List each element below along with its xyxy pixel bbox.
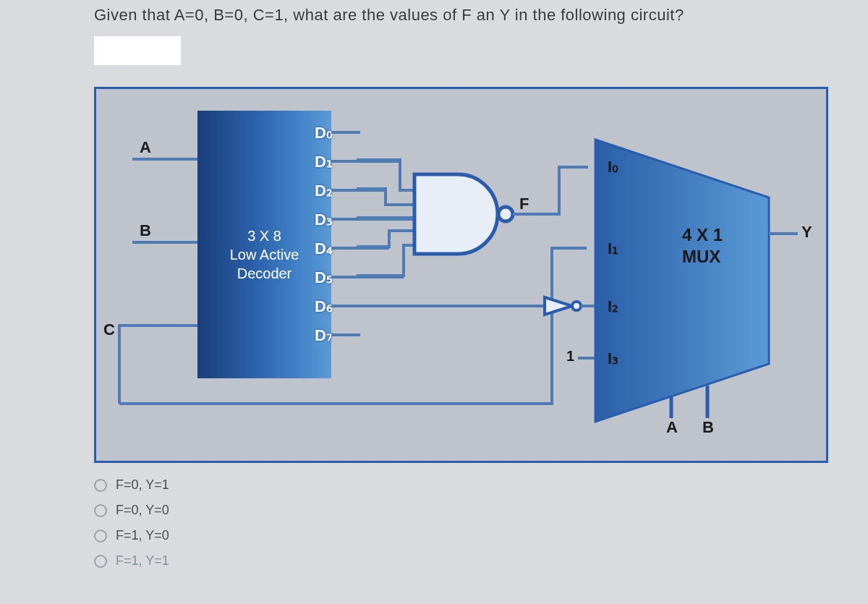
radio-icon: [94, 479, 107, 492]
circuit-diagram: A B C 3 X 8 Low Active Decoder D₀ D₁ D₂ …: [94, 87, 828, 463]
option-label: F=1, Y=1: [116, 553, 169, 569]
wire-a: [132, 158, 197, 161]
option-label: F=0, Y=1: [116, 477, 169, 493]
question-text: Given that A=0, B=0, C=1, what are the v…: [94, 6, 684, 25]
answer-options: F=0, Y=1 F=0, Y=0 F=1, Y=0 F=1, Y=1: [94, 477, 169, 579]
mux-title-2: MUX: [682, 247, 720, 266]
mux-input-i1: I₁: [608, 239, 618, 258]
radio-icon: [94, 529, 107, 543]
option-4[interactable]: F=1, Y=1: [94, 553, 169, 569]
svg-point-0: [498, 207, 513, 221]
wire-c-bus: [118, 248, 595, 414]
mux-input-i2: I₂: [608, 297, 618, 315]
mux-title-1: 4 X 1: [682, 225, 723, 244]
radio-icon: [94, 555, 107, 568]
input-b-label: B: [140, 221, 151, 240]
mux-select-a: A: [666, 418, 678, 436]
redaction-mark: [94, 36, 181, 65]
wire-d0: [331, 131, 360, 134]
option-label: F=1, Y=0: [116, 528, 169, 543]
input-a-label: A: [140, 138, 151, 157]
mux-select-b: B: [702, 418, 714, 436]
decoder-title-1: 3 X 8: [197, 226, 331, 245]
input-c-label: C: [103, 320, 115, 339]
mux-i3-constant: 1: [566, 348, 574, 365]
svg-marker-6: [595, 140, 769, 422]
option-2[interactable]: F=0, Y=0: [94, 503, 169, 518]
wire-d6-to-i2: [357, 303, 595, 325]
mux-output-label: Y: [801, 223, 812, 242]
option-label: F=0, Y=0: [116, 503, 169, 518]
radio-icon: [94, 504, 107, 517]
nand-output-label: F: [519, 195, 529, 213]
option-1[interactable]: F=0, Y=1: [94, 477, 169, 493]
mux-block: I₀ I₁ I₂ I₃ 4 X 1 MUX A B: [581, 140, 769, 422]
mux-input-i3: I₃: [608, 349, 618, 367]
svg-point-4: [572, 302, 581, 310]
mux-input-i0: I₀: [608, 158, 618, 176]
wire-b: [132, 241, 197, 244]
decoder-out-d3: D₃: [315, 210, 333, 229]
decoder-out-d0: D₀: [315, 124, 333, 143]
option-3[interactable]: F=1, Y=0: [94, 528, 169, 543]
decoder-out-d1: D₁: [315, 153, 333, 171]
decoder-out-d2: D₂: [315, 182, 333, 200]
